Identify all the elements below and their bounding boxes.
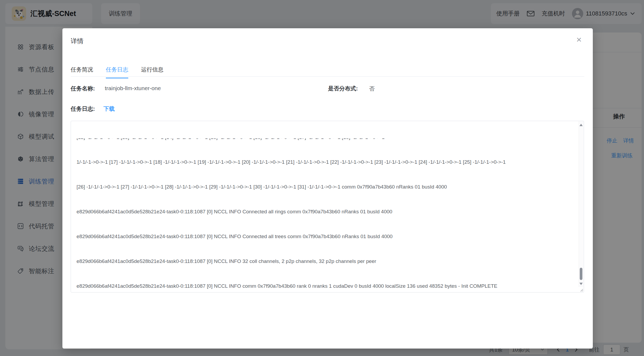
detail-modal: 详情 × 任务简况 任务日志 运行信息 任务名称: trainjob-llm-x…	[62, 28, 593, 349]
scrollbar-thumb[interactable]	[580, 268, 582, 280]
download-link[interactable]: 下载	[103, 105, 115, 113]
log-content: [12] -1/-1/-1->0->-1 [13] -1/-1/-1->0->-…	[71, 121, 579, 292]
log-line: e829d066b6af4241ac0d5de528b21e24-task0-0…	[77, 207, 577, 216]
tabs-divider	[71, 76, 584, 77]
log-line: e829d066b6af4241ac0d5de528b21e24-task0-0…	[77, 232, 577, 241]
distributed-label: 是否分布式:	[328, 85, 358, 92]
distributed-value: 否	[369, 85, 375, 93]
resize-grip-icon[interactable]	[579, 288, 583, 292]
log-line: [26] -1/-1/-1->0->-1 [27] -1/-1/-1->0->-…	[77, 183, 577, 191]
close-icon[interactable]: ×	[575, 35, 583, 44]
log-line: e829d066b6af4241ac0d5de528b21e24-task0-0…	[77, 282, 577, 290]
log-line: 1/-1/-1->0->-1 [17] -1/-1/-1->0->-1 [18]…	[77, 158, 577, 166]
task-name-label: 任务名称:	[71, 85, 95, 92]
scroll-down-icon[interactable]	[579, 283, 583, 285]
task-log-label: 任务日志:	[71, 105, 95, 113]
task-name-value: trainjob-llm-xtuner-one	[105, 85, 161, 91]
log-line-partial: [12] -1/-1/-1->0->-1 [13] -1/-1/-1->0->-…	[77, 138, 577, 141]
app-root: 汇视威-SCNet 训练管理 使用手册 充值机时 11081593710cs	[0, 0, 644, 356]
log-line: e829d066b6af4241ac0d5de528b21e24-task0-0…	[77, 257, 577, 265]
task-log-textarea[interactable]: [12] -1/-1/-1->0->-1 [13] -1/-1/-1->0->-…	[71, 121, 584, 293]
modal-title: 详情	[71, 37, 83, 45]
scroll-up-icon[interactable]	[579, 124, 583, 126]
log-scrollbar[interactable]	[579, 121, 583, 287]
